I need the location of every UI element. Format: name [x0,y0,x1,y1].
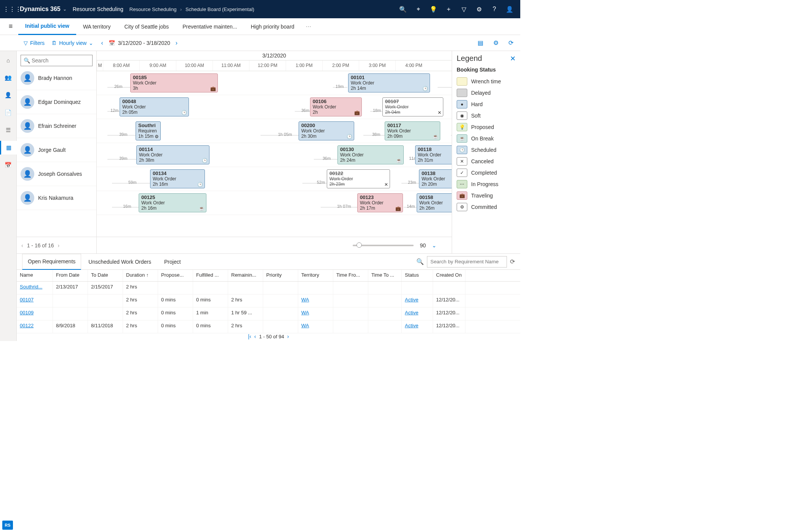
territory-link[interactable]: WA [301,310,309,315]
list-view-icon[interactable]: ▤ [474,38,487,48]
btab-2[interactable]: Project [158,254,187,270]
req-search-input[interactable] [427,256,507,268]
col-header[interactable]: Time Fro... [333,270,368,281]
status-link[interactable]: Active [405,310,418,315]
resource-search-input[interactable] [21,55,93,66]
resource-next-icon[interactable]: › [58,242,60,248]
search-icon[interactable]: 🔍 [395,0,411,18]
col-header[interactable]: Status [402,270,433,281]
task-icon[interactable]: ⌖ [411,0,426,18]
territory-link[interactable]: WA [301,323,309,328]
booking[interactable]: 00130Work Order2h 24m☕ [337,145,404,164]
resource-row[interactable]: 👤Kris Nakamura [17,186,96,210]
table-row[interactable]: 00109 2 hrs 0 mins 1 min 1 hr 59 ... WA … [17,307,520,320]
sidebar-toggle-icon[interactable]: ≡ [3,22,18,30]
col-header[interactable]: Priority [263,270,298,281]
resource-prev-icon[interactable]: ‹ [21,242,23,248]
req-name-link[interactable]: Southrid... [20,284,42,290]
rail-calendar-icon[interactable]: 📅 [0,158,17,172]
brand-chevron-icon[interactable]: ⌄ [63,6,67,12]
tab-1[interactable]: WA territory [76,18,118,35]
plus-icon[interactable]: ＋ [441,0,456,18]
btab-1[interactable]: Unscheduled Work Orders [83,254,157,270]
booking[interactable]: 00138Work Order2h 20m🕒 [419,169,452,188]
resource-row[interactable]: 👤Efrain Schreiner [17,114,96,138]
legend-close-icon[interactable]: ✕ [510,54,516,63]
req-prev-icon[interactable]: ‹ [254,333,256,339]
req-name-link[interactable]: 00109 [20,310,34,315]
booking[interactable]: 00107Work Order2h 04m✕ [382,97,443,116]
booking[interactable]: 00200Work Order2h 30m🕒 [299,121,354,140]
prev-date-icon[interactable]: ‹ [98,38,106,48]
board-settings-icon[interactable]: ⚙ [489,38,502,48]
col-header[interactable]: Propose... [158,270,193,281]
resource-row[interactable]: 👤Brady Hannon [17,66,96,90]
btab-0[interactable]: Open Requirements [22,254,81,270]
zoom-slider[interactable] [353,245,414,246]
col-header[interactable]: Duration ↑ [123,270,158,281]
req-search-icon[interactable]: 🔍 [416,258,424,265]
rail-person-icon[interactable]: 👤 [0,88,17,102]
tab-0[interactable]: Initial public view [18,18,76,35]
filter-icon[interactable]: ▽ [456,0,472,18]
resource-row[interactable]: 👤Jorge Gault [17,138,96,162]
col-header[interactable]: Fulfilled ... [193,270,228,281]
table-row[interactable]: 00107 2 hrs 0 mins 0 mins 2 hrs WA Activ… [17,295,520,307]
table-row[interactable]: Southrid... 2/13/2017 2/15/2017 2 hrs [17,282,520,295]
booking[interactable]: 00048Work Order2h 05m🕒 [120,97,189,116]
col-header[interactable]: Created On [433,270,465,281]
booking-type: Work Order [419,200,452,205]
help-icon[interactable]: ? [487,0,502,18]
tab-4[interactable]: High priority board [244,18,301,35]
tab-2[interactable]: City of Seattle jobs [118,18,176,35]
status-link[interactable]: Active [405,323,418,328]
col-header[interactable]: To Date [88,270,123,281]
table-row[interactable]: 00122 8/9/2018 8/11/2018 2 hrs 0 mins 0 … [17,320,520,333]
req-name-link[interactable]: 00122 [20,323,34,328]
status-link[interactable]: Active [405,297,418,303]
booking[interactable]: 00123Work Order2h 17m💼 [357,193,403,212]
rail-list-icon[interactable]: ☰ [0,123,17,137]
territory-link[interactable]: WA [301,297,309,303]
rail-gantt-icon[interactable]: ▦ [0,141,17,155]
req-refresh-icon[interactable]: ⟳ [510,258,515,265]
tab-3[interactable]: Preventative mainten... [176,18,244,35]
req-first-icon[interactable]: |‹ [248,333,251,339]
booking[interactable]: 00106Work Order2h💼 [310,97,362,116]
lightbulb-icon[interactable]: 💡 [426,0,441,18]
col-header[interactable]: Name [17,270,53,281]
booking[interactable]: 00158Work Order2h 26m🕒 [417,193,452,212]
col-header[interactable]: Remainin... [228,270,263,281]
tab-more-icon[interactable]: ⋯ [301,24,316,30]
col-header[interactable]: Time To ... [368,270,402,281]
booking[interactable]: SouthriRequiren1h 15m⚙ [136,121,161,140]
rail-doc-icon[interactable]: 📄 [0,106,17,119]
booking[interactable]: 00117Work Order2h 09m☕ [385,121,440,140]
user-icon[interactable]: 👤 [502,0,517,18]
settings-icon[interactable]: ⚙ [472,0,487,18]
booking[interactable]: 00134Work Order2h 16m🕒 [150,169,205,188]
rail-home-icon[interactable]: ⌂ [0,53,17,67]
view-dropdown[interactable]: 🗓Hourly view⌄ [49,38,96,48]
col-header[interactable]: From Date [53,270,88,281]
req-next-icon[interactable]: › [287,333,289,339]
resource-row[interactable]: 👤Joseph Gonsalves [17,162,96,186]
refresh-icon[interactable]: ⟳ [505,38,517,48]
booking[interactable]: 00118Work Order2h 31m🕒 [415,145,452,164]
booking[interactable]: 00101Work Order2h 14m🕒 [348,73,430,92]
filters-button[interactable]: ▽Filters [21,38,47,48]
next-date-icon[interactable]: › [173,38,181,48]
col-header[interactable]: Territory [298,270,333,281]
date-range[interactable]: 📅3/12/2020 - 3/18/2020 [109,40,170,46]
booking[interactable]: 00185Work Order3h💼 [130,73,218,92]
app-launcher-icon[interactable]: ⋮⋮⋮ [3,6,18,13]
booking[interactable]: 00114Work Order2h 38m🕒 [136,145,209,164]
breadcrumb-0[interactable]: Resource Scheduling [129,6,177,12]
booking[interactable]: 00122Work Order2h 23m✕ [327,169,390,188]
zoom-chevron-icon[interactable]: ⌄ [432,242,436,248]
req-name-link[interactable]: 00107 [20,297,34,303]
breadcrumb-1[interactable]: Schedule Board (Experimental) [185,6,254,12]
rail-people-icon[interactable]: 👥 [0,71,17,84]
booking[interactable]: 00125Work Order2h 16m☕ [139,193,206,212]
resource-row[interactable]: 👤Edgar Dominquez [17,90,96,114]
